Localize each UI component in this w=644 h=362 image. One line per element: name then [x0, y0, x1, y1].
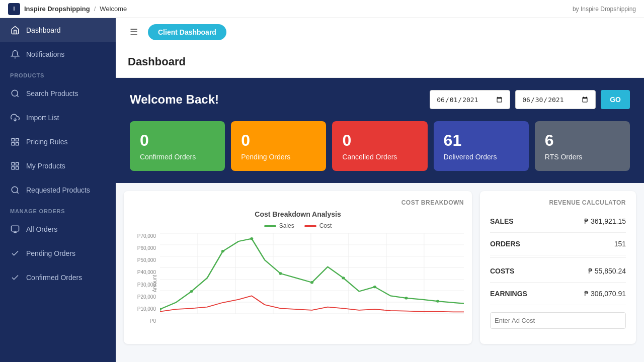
- stat-label-delivered: Delivered Orders: [444, 153, 519, 161]
- check-circle-icon: [10, 248, 20, 258]
- sidebar-item-label: Notifications: [26, 50, 64, 58]
- brand-logo: I: [8, 3, 20, 15]
- page-title-bar: Dashboard: [116, 46, 644, 78]
- sidebar-item-requested-products[interactable]: Requested Products: [0, 178, 116, 202]
- chart-panel-label: COST BREAKDOWN: [132, 199, 464, 206]
- sidebar-item-notifications[interactable]: Notifications: [0, 42, 116, 66]
- svg-rect-3: [12, 138, 14, 141]
- svg-rect-7: [12, 162, 14, 165]
- stats-row: 0 Confirmed Orders 0 Pending Orders 0 Ca…: [116, 121, 644, 183]
- svg-point-39: [405, 297, 408, 299]
- request-icon: [10, 185, 20, 195]
- svg-rect-9: [12, 167, 14, 169]
- legend-cost-label: Cost: [319, 222, 332, 229]
- main-header: ☰ Client Dashboard: [116, 18, 644, 46]
- client-dashboard-button[interactable]: Client Dashboard: [148, 24, 226, 40]
- stat-card-delivered: 61 Delivered Orders: [434, 121, 529, 171]
- stat-number-pending: 0: [241, 131, 316, 150]
- svg-line-12: [17, 192, 18, 193]
- svg-point-38: [373, 286, 376, 288]
- go-button[interactable]: GO: [601, 90, 630, 109]
- legend-line-red: [304, 225, 316, 227]
- sidebar-item-label: My Products: [26, 162, 65, 170]
- welcome-text: Welcome Back!: [130, 93, 219, 107]
- sidebar-item-label: Dashboard: [26, 26, 61, 34]
- svg-rect-6: [16, 143, 19, 145]
- svg-point-36: [310, 281, 313, 284]
- chart-svg: [160, 233, 464, 314]
- revenue-earnings-label: EARNINGS: [490, 290, 527, 298]
- revenue-row-orders: ORDERS 151: [490, 233, 626, 255]
- stat-label-pending: Pending Orders: [241, 153, 316, 161]
- page-title: Dashboard: [128, 55, 632, 68]
- revenue-orders-value: 151: [614, 240, 626, 248]
- brand-name: Inspire Dropshipping: [24, 5, 90, 13]
- revenue-orders-label: ORDERS: [490, 240, 520, 248]
- svg-point-40: [436, 300, 439, 302]
- revenue-costs-value: ₱ 55,850.24: [588, 267, 626, 275]
- stat-label-cancelled: Cancelled Orders: [342, 153, 417, 161]
- stat-number-cancelled: 0: [342, 131, 417, 150]
- date-controls: GO: [430, 90, 630, 109]
- topbar: I Inspire Dropshipping / Welcome by Insp…: [0, 0, 644, 18]
- sidebar-item-pricing-rules[interactable]: Pricing Rules: [0, 130, 116, 154]
- main-content: ☰ Client Dashboard Dashboard Welcome Bac…: [116, 18, 644, 362]
- revenue-sales-value: ₱ 361,921.15: [584, 217, 626, 225]
- hamburger-button[interactable]: ☰: [128, 25, 140, 40]
- topbar-left: I Inspire Dropshipping / Welcome: [8, 3, 127, 15]
- chart-panel: COST BREAKDOWN Cost Breakdown Analysis S…: [124, 191, 472, 344]
- svg-point-11: [12, 187, 18, 193]
- revenue-sales-label: SALES: [490, 217, 514, 225]
- sidebar-item-all-orders[interactable]: All Orders: [0, 217, 116, 241]
- dashboard-area: Dashboard Welcome Back! GO 0 Confirmed O…: [116, 46, 644, 362]
- breadcrumb-separator: /: [94, 5, 96, 13]
- chart-title: Cost Breakdown Analysis: [132, 210, 464, 218]
- revenue-earnings-value: ₱ 306,070.91: [584, 290, 626, 298]
- welcome-section: Welcome Back! GO: [116, 78, 644, 121]
- orders-section-label: MANAGE ORDERS: [0, 202, 116, 217]
- svg-rect-8: [16, 162, 19, 165]
- ad-cost-input[interactable]: [490, 312, 626, 329]
- list-icon: [10, 161, 20, 171]
- sidebar-item-search-products[interactable]: Search Products: [0, 81, 116, 106]
- home-icon: [10, 25, 20, 35]
- stat-label-confirmed: Confirmed Orders: [140, 153, 215, 161]
- svg-rect-13: [12, 226, 19, 231]
- revenue-row-sales: SALES ₱ 361,921.15: [490, 210, 626, 233]
- date-from-input[interactable]: [430, 90, 510, 109]
- sidebar-item-confirmed-orders[interactable]: Confirmed Orders: [0, 265, 116, 290]
- legend-sales: Sales: [264, 222, 294, 229]
- sidebar-item-label: Confirmed Orders: [26, 274, 82, 282]
- sidebar-item-label: Pricing Rules: [26, 138, 67, 146]
- sidebar-item-dashboard[interactable]: Dashboard: [0, 18, 116, 42]
- sidebar-item-pending-orders[interactable]: Pending Orders: [0, 241, 116, 265]
- revenue-panel: REVENUE CALCULATOR SALES ₱ 361,921.15 OR…: [480, 191, 636, 344]
- y-axis-label: Amount: [152, 275, 157, 292]
- svg-point-32: [190, 290, 193, 293]
- sidebar-item-label: Pending Orders: [26, 249, 75, 257]
- sidebar-item-my-products[interactable]: My Products: [0, 154, 116, 178]
- date-to-input[interactable]: [515, 90, 596, 109]
- search-icon: [10, 88, 20, 99]
- svg-rect-5: [12, 143, 14, 145]
- sidebar-item-label: Search Products: [26, 89, 78, 98]
- svg-point-35: [279, 272, 282, 275]
- svg-point-34: [250, 237, 253, 240]
- stat-card-rts: 6 RTS Orders: [535, 121, 630, 171]
- revenue-panel-label: REVENUE CALCULATOR: [490, 199, 626, 206]
- revenue-row-costs: COSTS ₱ 55,850.24: [490, 260, 626, 283]
- stat-label-rts: RTS Orders: [545, 153, 620, 161]
- sidebar-item-label: Requested Products: [26, 186, 90, 194]
- download-icon: [10, 113, 20, 123]
- svg-point-33: [221, 250, 224, 252]
- svg-line-1: [17, 95, 18, 97]
- legend-line-green: [264, 225, 276, 227]
- stat-card-confirmed: 0 Confirmed Orders: [130, 121, 225, 171]
- stat-number-delivered: 61: [444, 131, 519, 150]
- monitor-icon: [10, 224, 20, 234]
- sidebar-item-label: Import List: [26, 114, 59, 122]
- chart-container: P70,000 P60,000 P50,000 P40,000 P30,000 …: [132, 233, 464, 334]
- sidebar-item-import-list[interactable]: Import List: [0, 106, 116, 130]
- svg-point-0: [12, 90, 18, 96]
- legend-sales-label: Sales: [279, 222, 294, 229]
